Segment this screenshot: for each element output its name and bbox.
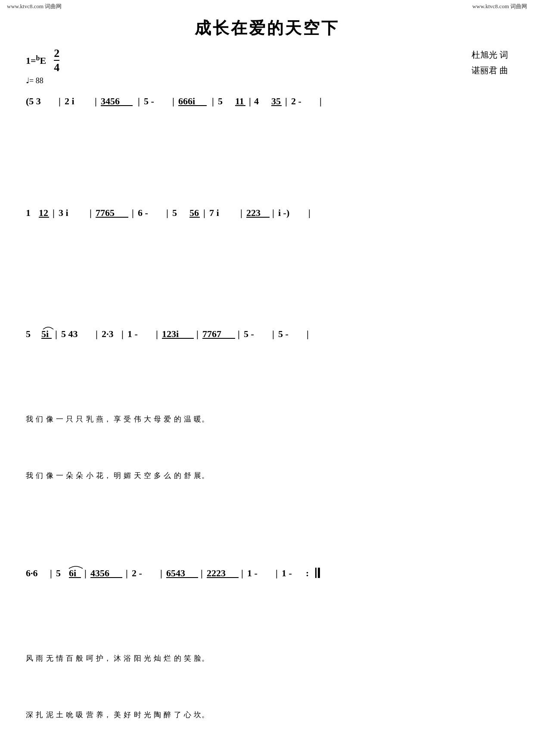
top-left-logo: www.ktvc8.com 词曲网	[7, 3, 62, 10]
svg-text:|: |	[212, 96, 214, 106]
svg-text:11: 11	[235, 96, 244, 106]
score-row-4: 6·6 | 5 6i | 4356 | 2 - | 6543 | 2223 | …	[26, 513, 508, 743]
svg-text:12: 12	[39, 207, 48, 218]
svg-text:4356: 4356	[90, 568, 109, 578]
score-row-2: 1 12 | 3 i | 7765 | 6 - | 5 56 | 7 i | 2…	[26, 155, 508, 267]
svg-text:|: |	[308, 207, 310, 218]
svg-text:7  i: 7 i	[209, 207, 219, 218]
tempo: ♩= 88	[26, 76, 59, 85]
svg-text:我 们 像    一 只 只    乳        燕， : 我 们 像 一 只 只 乳 燕， 享 受 伟 大 母 爱 的 温 暖。	[26, 415, 209, 423]
svg-text:5  -: 5 -	[278, 328, 289, 339]
notation-5: : 5 3 | 2 i | 3456 | 5 - | 666i | 5 11 |…	[26, 753, 508, 756]
svg-text:|: |	[55, 328, 57, 339]
svg-text:6  -: 6 -	[138, 207, 148, 218]
svg-text:|: |	[160, 568, 162, 578]
svg-text:|: |	[156, 328, 158, 339]
svg-text:2·3: 2·3	[102, 328, 114, 339]
svg-text:7767: 7767	[202, 328, 221, 339]
svg-text:(5  3: (5 3	[26, 96, 41, 106]
svg-text:|: |	[272, 207, 274, 218]
key-tempo-info: 1=bE 24 ♩= 88	[26, 47, 59, 85]
score-row-1: (5 3 | 2 i | 3456 | 5 - | 666i | 5 11 | …	[26, 89, 508, 155]
svg-text:|: |	[96, 328, 98, 339]
svg-text:|: |	[172, 96, 174, 106]
svg-text:666i: 666i	[178, 96, 195, 106]
svg-text:|: |	[132, 207, 134, 218]
svg-text:5  -: 5 -	[244, 328, 254, 339]
svg-text:1  -: 1 -	[127, 328, 138, 339]
svg-text:5  -: 5 -	[144, 96, 154, 106]
song-title: 成长在爱的天空下	[26, 17, 508, 39]
svg-text:|: |	[285, 96, 287, 106]
svg-text:5: 5	[172, 207, 177, 218]
svg-text:2223: 2223	[207, 568, 226, 578]
svg-text:|: |	[121, 328, 124, 339]
score: (5 3 | 2 i | 3456 | 5 - | 666i | 5 11 | …	[26, 89, 508, 756]
svg-text:5: 5	[218, 96, 223, 106]
svg-text:|: |	[203, 207, 205, 218]
svg-text:|: |	[95, 96, 97, 106]
notation-2: 1 12 | 3 i | 7765 | 6 - | 5 56 | 7 i | 2…	[26, 155, 508, 267]
svg-text:56: 56	[189, 207, 199, 218]
svg-rect-88	[318, 568, 320, 578]
composer: 谌丽君 曲	[472, 62, 508, 78]
svg-text:3  i: 3 i	[59, 207, 68, 218]
top-right-logo: www.ktvc8.com 词曲网	[472, 3, 527, 10]
lyric-3a: 我 们 像 一 只 只 乳 燕， 享 受 伟 大 母 爱 的 温 暖。	[26, 391, 508, 448]
svg-text:5  43: 5 43	[61, 328, 78, 339]
svg-text:2  i: 2 i	[65, 96, 75, 106]
svg-text:35: 35	[271, 96, 281, 106]
svg-text:|: |	[240, 207, 242, 218]
lyric-3b: 我 们 像 一 朵 朵 小 花， 明 媚 天 空 多 么 的 舒 展。	[26, 448, 508, 504]
notation-3: 5 5i | 5 43 | 2·3 | 1 - | 123i | 7767 | …	[26, 275, 508, 391]
lyricist: 杜旭光 词	[472, 47, 508, 62]
svg-text:|: |	[238, 328, 240, 339]
svg-text:1: 1	[26, 207, 31, 218]
svg-text:1  -: 1 -	[282, 568, 292, 578]
svg-text:深  扎    泥 土    吮 吸 营        养，: 深 扎 泥 土 吮 吸 营 养， 美 好 时 光 陶 醉 了 心 坎。	[26, 711, 209, 719]
svg-text:我 们 像    一 朵 朵    小        花， : 我 们 像 一 朵 朵 小 花， 明 媚 天 空 多 么 的 舒 展。	[26, 472, 209, 480]
svg-text:6i: 6i	[69, 568, 76, 578]
notation-1: (5 3 | 2 i | 3456 | 5 - | 666i | 5 11 | …	[26, 89, 508, 155]
svg-text:|: |	[84, 568, 87, 578]
notation-4: 6·6 | 5 6i | 4356 | 2 - | 6543 | 2223 | …	[26, 513, 508, 630]
key-label: 1=bE	[26, 54, 46, 66]
score-row-3: 5 5i | 5 43 | 2·3 | 1 - | 123i | 7767 | …	[26, 275, 508, 504]
svg-text:|: |	[272, 328, 274, 339]
svg-text:|: |	[276, 568, 278, 578]
svg-text:|: |	[90, 207, 92, 218]
svg-text:|: |	[249, 96, 251, 106]
svg-text:|: |	[59, 96, 61, 106]
lyric-4b: 深 扎 泥 土 吮 吸 营 养， 美 好 时 光 陶 醉 了 心 坎。	[26, 687, 508, 743]
svg-text:i  -): i -)	[278, 207, 289, 218]
svg-text:|: |	[241, 568, 243, 578]
svg-text:风  雨    无 情    百 般 呵        护，: 风 雨 无 情 百 般 呵 护， 沐 浴 阳 光 灿 烂 的 笑 脸。	[26, 654, 209, 662]
svg-text:|: |	[201, 568, 203, 578]
svg-text:6·6: 6·6	[26, 568, 38, 578]
svg-text:|: |	[307, 328, 309, 339]
score-row-5: : 5 3 | 2 i | 3456 | 5 - | 666i | 5 11 |…	[26, 753, 508, 756]
svg-text:|: |	[50, 568, 52, 578]
svg-text:223: 223	[246, 207, 261, 218]
main-content: 成长在爱的天空下 1=bE 24 ♩= 88 杜旭光 词 谌丽君 曲 (5 3 …	[0, 13, 534, 756]
svg-text:7765: 7765	[96, 207, 115, 218]
svg-text:2  -: 2 -	[132, 568, 142, 578]
svg-text:3456: 3456	[101, 96, 120, 106]
svg-text:123i: 123i	[162, 328, 179, 339]
key-line: 1=bE 24	[26, 47, 59, 74]
svg-text:|: |	[126, 568, 128, 578]
svg-text:|: |	[138, 96, 140, 106]
top-bar: www.ktvc8.com 词曲网 www.ktvc8.com 词曲网	[0, 0, 534, 13]
svg-text:|: |	[320, 96, 322, 106]
svg-text:2  -: 2 -	[291, 96, 301, 106]
svg-text::: :	[306, 568, 309, 578]
svg-text:|: |	[196, 328, 199, 339]
header-info: 1=bE 24 ♩= 88 杜旭光 词 谌丽君 曲	[26, 47, 508, 85]
svg-text:4: 4	[254, 96, 259, 106]
svg-text:5i: 5i	[41, 328, 49, 339]
svg-text:5: 5	[26, 328, 31, 339]
svg-text:|: |	[53, 207, 55, 218]
svg-text:5: 5	[56, 568, 61, 578]
svg-rect-87	[315, 568, 317, 578]
svg-text:1  -: 1 -	[247, 568, 258, 578]
